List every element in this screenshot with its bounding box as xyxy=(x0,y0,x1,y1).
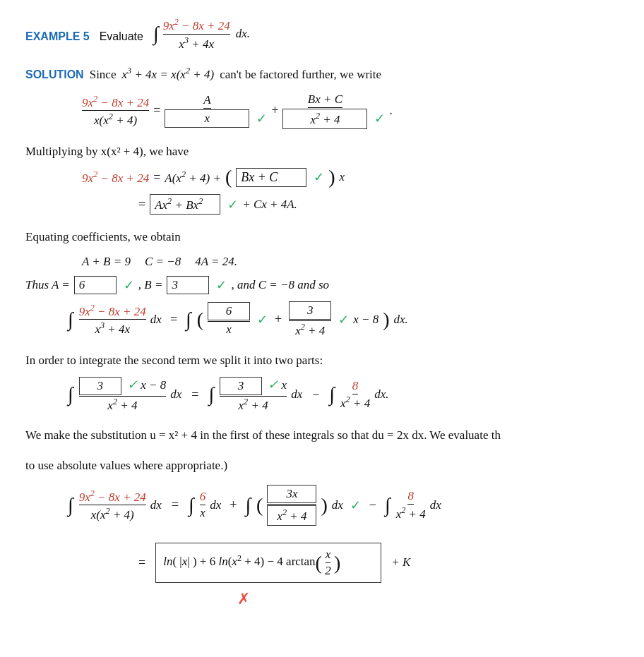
open-paren2: ( xyxy=(197,310,203,330)
x-minus8: x − 8 xyxy=(353,313,378,327)
split-input1[interactable]: 3 xyxy=(79,377,121,395)
bxc-den-input[interactable]: x2 + 4 xyxy=(282,108,367,129)
cubic-expr: x3 + 4x = x(x2 + 4) xyxy=(121,64,214,85)
integral-sym2: ∫ xyxy=(186,308,191,331)
eq7: = xyxy=(138,555,145,570)
a-int-box[interactable]: 6 xyxy=(208,302,250,320)
final-answer-row: = ln( |x| ) + 6 ln(x2 + 4) − 4 arctan( x… xyxy=(138,543,619,583)
dx-label: dx. xyxy=(236,27,250,41)
int-frac: 9x2 − 8x + 24 x3 + 4x xyxy=(79,303,146,337)
open-paren-big: ( xyxy=(225,167,232,187)
check9: ✓ xyxy=(127,378,138,392)
b-int-box[interactable]: 3 xyxy=(289,301,331,320)
dx1: dx xyxy=(150,313,162,327)
check5: ✓ xyxy=(124,277,134,293)
substitution-text2: to use absolute values where appropriate… xyxy=(25,459,227,472)
final-lhs-den: x(x2 + 4) xyxy=(91,505,134,522)
x-suffix: x xyxy=(340,170,345,184)
b-frac2: 3 x2 + 4 xyxy=(289,301,331,338)
since-text: Since xyxy=(90,65,117,85)
final-den2-box[interactable]: x2 + 4 xyxy=(267,505,316,526)
check3: ✓ xyxy=(314,169,324,185)
b-label: , B = xyxy=(138,278,163,292)
coeff3: 4A = 24. xyxy=(195,255,237,269)
int-num: 9x2 − 8x + 24 xyxy=(79,303,146,320)
final-lhs-num: 9x2 − 8x + 24 xyxy=(79,488,146,506)
check2: ✓ xyxy=(374,111,385,126)
cant-factor: can't be factored further, we write xyxy=(220,65,381,85)
integral-sym3: ∫ xyxy=(68,383,73,406)
split-den-rhs2: x2 + 4 xyxy=(340,394,370,411)
coefficients-row: A + B = 9 C = −8 4A = 24. xyxy=(82,255,619,269)
bxc-input-box[interactable]: Bx + C xyxy=(236,168,306,187)
solution-line: SOLUTION Since x3 + 4x = x(x2 + 4) can't… xyxy=(25,64,619,85)
eq5: = xyxy=(191,387,198,402)
header-fraction: 9x2 − 8x + 24 x3 + 4x xyxy=(163,17,230,51)
dx7: dx xyxy=(210,498,221,512)
split-eq-row: ∫ 3 ✓ x − 8 x2 + 4 dx = ∫ 3 ✓ x x2 + 4 d… xyxy=(68,377,619,414)
substitution-line: We make the substitution u = x² + 4 in t… xyxy=(25,426,619,446)
x2-4-den: x2 + 4 xyxy=(295,321,325,338)
a-x-input[interactable]: x xyxy=(165,109,249,128)
lhs-num: 9x2 − 8x + 24 xyxy=(82,94,149,111)
split-den-rhs1: x2 + 4 xyxy=(239,397,268,414)
eq2: = xyxy=(153,170,160,185)
check6: ✓ xyxy=(216,277,227,293)
final-3x-box[interactable]: 3x xyxy=(267,485,316,503)
b-input-int[interactable]: 3 xyxy=(289,301,331,321)
final-num2-box[interactable]: 3x xyxy=(267,485,316,505)
split-num-rhs1: 3 ✓ x xyxy=(220,377,287,397)
header-integral: ∫ 9x2 − 8x + 24 x3 + 4x dx. xyxy=(153,17,250,51)
lhs-den: x(x2 + 4) xyxy=(94,111,137,128)
example-label: EXAMPLE 5 xyxy=(25,30,90,43)
integral-symbol: ∫ xyxy=(153,23,159,45)
final-answer-box[interactable]: ln( |x| ) + 6 ln(x2 + 4) − 4 arctan( x 2… xyxy=(155,543,381,583)
final-num1: 6 xyxy=(200,490,206,505)
partial-frac-row: 9x2 − 8x + 24 x(x2 + 4) = A x ✓ + Bx + C… xyxy=(82,92,619,129)
equating-text: Equating coefficients, we obtain xyxy=(25,227,619,248)
final-x2-4-box[interactable]: x2 + 4 xyxy=(267,505,316,526)
a-input-int[interactable]: 6 xyxy=(208,302,250,322)
check10: ✓ xyxy=(268,378,278,392)
multiply-text: Multiplying by x(x² + 4), we have xyxy=(25,145,189,158)
open-paren3: ( xyxy=(256,495,263,515)
close-paren2: ) xyxy=(383,310,389,330)
split-frac-rhs2: 8 x2 + 4 xyxy=(340,379,370,411)
b-value-input[interactable]: 3 xyxy=(167,276,209,294)
split-text: In order to integrate the second term we… xyxy=(25,354,323,367)
dx9: dx xyxy=(430,498,441,512)
split-input2[interactable]: 3 xyxy=(220,377,262,395)
plus-k: + K xyxy=(391,555,410,569)
check8: ✓ xyxy=(338,312,349,327)
close-paren3: ) xyxy=(321,495,327,515)
final-den3: x2 + 4 xyxy=(396,505,426,522)
final-num3: 8 xyxy=(407,489,414,505)
bxc-denom-box[interactable]: x2 + 4 xyxy=(282,109,367,129)
ax2-bx2-box[interactable]: Ax2 + Bx2 xyxy=(150,194,220,215)
final-frac1: 6 x xyxy=(200,490,206,520)
a-frac: A x xyxy=(165,93,249,128)
expand-lhs: 9x2 − 8x + 24 xyxy=(82,169,149,186)
final-frac2: 3x x2 + 4 xyxy=(267,485,316,526)
check1: ✓ xyxy=(256,111,267,126)
dx6: dx xyxy=(150,498,162,512)
check7: ✓ xyxy=(257,312,268,327)
expand-eq-row: 9x2 − 8x + 24 = A(x2 + 4) + ( Bx + C ✓ )… xyxy=(82,167,619,187)
thus-row: Thus A = 6 ✓ , B = 3 ✓ , and C = −8 and … xyxy=(25,276,619,294)
split-num-lhs: 3 ✓ x − 8 xyxy=(79,377,167,397)
integral-sym9: ∫ xyxy=(385,494,390,517)
plus-sign: + xyxy=(271,103,278,118)
split-frac-lhs: 3 ✓ x − 8 x2 + 4 xyxy=(79,377,167,414)
integral-sym7: ∫ xyxy=(189,494,194,517)
header-numerator: 9x2 − 8x + 24 xyxy=(163,17,230,35)
final-frac3: 8 x2 + 4 xyxy=(396,489,426,522)
dx3: dx xyxy=(170,387,181,402)
example-header: EXAMPLE 5 Evaluate ∫ 9x2 − 8x + 24 x3 + … xyxy=(25,17,619,51)
dx5: dx. xyxy=(374,387,388,402)
thus-text: Thus A = xyxy=(25,278,70,292)
lhs-frac: 9x2 − 8x + 24 x(x2 + 4) xyxy=(82,94,149,128)
period1: . xyxy=(389,104,392,118)
a-value-input[interactable]: 6 xyxy=(74,276,117,294)
x-input-wrap[interactable]: x xyxy=(165,109,249,128)
equals-sign: = xyxy=(153,103,160,118)
